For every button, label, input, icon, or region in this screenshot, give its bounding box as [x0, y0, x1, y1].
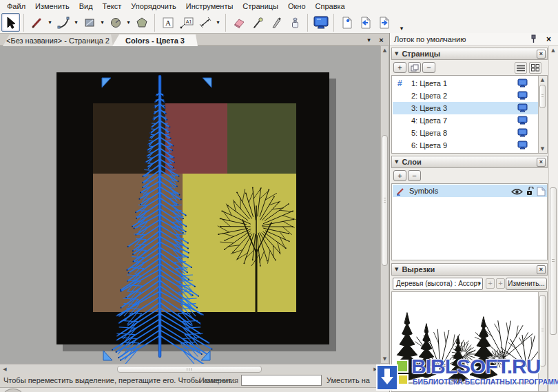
- scroll-up-arrow[interactable]: ▲: [381, 48, 389, 53]
- label-tool-button[interactable]: A1: [177, 13, 196, 32]
- duplicate-page-button[interactable]: [408, 62, 421, 73]
- scroll-up-arrow[interactable]: ▲: [549, 48, 557, 53]
- tray-scroll-thumb[interactable]: [550, 187, 557, 335]
- pages-list: # 1: Цвета 1 2: Цвета 2 3: Цвета 3 4: Цв…: [391, 75, 548, 154]
- arc-tool-caret[interactable]: ▾: [72, 13, 80, 32]
- pencil-icon: [31, 17, 43, 29]
- toolbar-separator: [154, 14, 155, 32]
- join-tool-button[interactable]: [285, 13, 304, 32]
- document-canvas[interactable]: [0, 46, 380, 364]
- list-view-button[interactable]: [515, 62, 527, 74]
- tray-scrollbar[interactable]: ▲: [548, 46, 558, 392]
- scrapbook-scroll-thumb[interactable]: [539, 295, 546, 367]
- menu-pages[interactable]: Страницы: [238, 1, 283, 11]
- dimension-tool-caret[interactable]: ▾: [214, 13, 222, 32]
- vertical-scroll-thumb[interactable]: [382, 135, 388, 266]
- arc-tool-button[interactable]: [54, 13, 72, 32]
- toolbar-separator: [225, 14, 226, 32]
- menu-arrange[interactable]: Упорядочить: [126, 1, 180, 11]
- add-page-button[interactable]: [338, 13, 356, 32]
- measurements-input[interactable]: [241, 375, 322, 386]
- tab-list-caret[interactable]: ▾: [364, 35, 374, 45]
- canvas-horizontal-scrollbar[interactable]: ◀ ▶: [0, 364, 380, 373]
- add-layer-button[interactable]: +: [393, 170, 406, 181]
- monitor-icon: [313, 16, 329, 30]
- menu-text[interactable]: Текст: [98, 1, 127, 11]
- pages-section-close[interactable]: ×: [537, 50, 546, 59]
- menu-tools[interactable]: Инструменты: [181, 1, 238, 11]
- dimension-tool-button[interactable]: [196, 13, 214, 32]
- scrapbook-next-button[interactable]: +: [496, 278, 505, 289]
- page-row-1[interactable]: 1: Цвета 1: [393, 77, 539, 90]
- scrapbooks-section-header[interactable]: ▼ Вырезки ×: [391, 263, 548, 276]
- presentation-button[interactable]: [311, 13, 330, 32]
- scrapbook-collection-dropdown[interactable]: Деревья (высота) : Ассорт ▾: [393, 278, 483, 290]
- page-row-5[interactable]: 5: Цвета 8: [393, 127, 539, 139]
- status-bar: Чтобы переместить выделение, перетащите …: [0, 373, 389, 387]
- scroll-up-arrow[interactable]: ▲: [539, 77, 546, 83]
- pages-scroll-thumb[interactable]: [539, 85, 546, 108]
- text-tool-button[interactable]: A: [158, 13, 177, 32]
- canvas-artwork: [0, 46, 380, 364]
- scrapbook-edit-button[interactable]: Изменить...: [506, 278, 547, 290]
- scroll-right-arrow[interactable]: ▶: [372, 367, 379, 372]
- scroll-down-arrow[interactable]: ▼: [539, 146, 546, 152]
- circle-tool-caret[interactable]: ▾: [125, 13, 132, 32]
- page-row-2[interactable]: 2: Цвета 2: [393, 90, 539, 102]
- layers-section-header[interactable]: ▼ Слои ×: [391, 156, 548, 168]
- eraser-tool-button[interactable]: [229, 13, 248, 32]
- eye-icon[interactable]: [511, 187, 523, 199]
- scrapbook-scrollbar[interactable]: [538, 292, 547, 391]
- scrapbooks-section-close[interactable]: ×: [537, 265, 546, 274]
- scroll-down-arrow[interactable]: ▼: [381, 356, 389, 362]
- scroll-left-arrow[interactable]: ◀: [1, 367, 8, 372]
- tray-close-button[interactable]: ×: [544, 34, 554, 45]
- dimension-icon: [199, 17, 211, 29]
- tab-colors-cveta3[interactable]: Colors - Цвета 3: [112, 34, 198, 46]
- line-tool-button[interactable]: [28, 13, 46, 32]
- svg-text:A1: A1: [185, 19, 192, 24]
- menu-help[interactable]: Справка: [311, 1, 350, 11]
- sheet-icon[interactable]: [537, 187, 546, 200]
- circle-tool-button[interactable]: [106, 13, 125, 32]
- select-tool-button[interactable]: [1, 13, 20, 32]
- pages-section-header[interactable]: ▼ Страницы ×: [391, 48, 548, 60]
- delete-layer-button[interactable]: −: [408, 170, 421, 181]
- style-tool-button[interactable]: [248, 13, 267, 32]
- pin-icon[interactable]: [528, 34, 539, 45]
- pages-list-scrollbar[interactable]: ▲ ▼: [538, 76, 547, 153]
- previous-page-button[interactable]: [356, 13, 375, 32]
- polygon-tool-button[interactable]: [132, 13, 151, 32]
- monitor-icon[interactable]: [517, 141, 528, 153]
- grid-view-button[interactable]: [529, 62, 541, 74]
- lock-icon[interactable]: [526, 187, 534, 199]
- eyedropper-icon: [251, 17, 264, 29]
- layers-section-close[interactable]: ×: [537, 158, 546, 167]
- tab-close-button[interactable]: ×: [376, 35, 386, 45]
- tab-untitled-page2[interactable]: <Без названия> - Страница 2: [3, 34, 113, 46]
- knife-icon: [270, 17, 282, 29]
- circle-icon: [110, 17, 122, 29]
- scrapbook-preview[interactable]: [391, 291, 548, 392]
- horizontal-scroll-thumb[interactable]: [117, 366, 262, 373]
- menu-file[interactable]: Файл: [2, 1, 30, 11]
- add-page-mini-button[interactable]: +: [393, 62, 406, 73]
- rectangle-tool-button[interactable]: [80, 13, 99, 32]
- split-tool-button[interactable]: [267, 13, 285, 32]
- scrapbook-prev-button[interactable]: +: [486, 278, 495, 289]
- canvas-vertical-scrollbar[interactable]: ▲ ▼: [380, 45, 389, 364]
- delete-page-button[interactable]: −: [422, 62, 435, 73]
- rectangle-tool-caret[interactable]: ▾: [99, 13, 106, 32]
- collapse-triangle-icon: ▼: [395, 267, 398, 272]
- page-row-6[interactable]: 6: Цвета 9: [393, 139, 539, 152]
- page-row-3-selected[interactable]: 3: Цвета 3: [393, 102, 539, 114]
- next-page-button[interactable]: [375, 13, 393, 32]
- toolbar-overflow-caret[interactable]: ▾: [396, 13, 407, 32]
- page-row-4[interactable]: 4: Цвета 7: [393, 114, 539, 127]
- line-tool-caret[interactable]: ▾: [46, 13, 54, 32]
- menu-view[interactable]: Вид: [74, 1, 98, 11]
- menu-edit[interactable]: Изменить: [30, 1, 74, 11]
- layer-row-symbols[interactable]: Symbols: [393, 185, 547, 197]
- menu-window[interactable]: Окно: [283, 1, 311, 11]
- fit-on-page-label[interactable]: Уместить на: [327, 376, 370, 384]
